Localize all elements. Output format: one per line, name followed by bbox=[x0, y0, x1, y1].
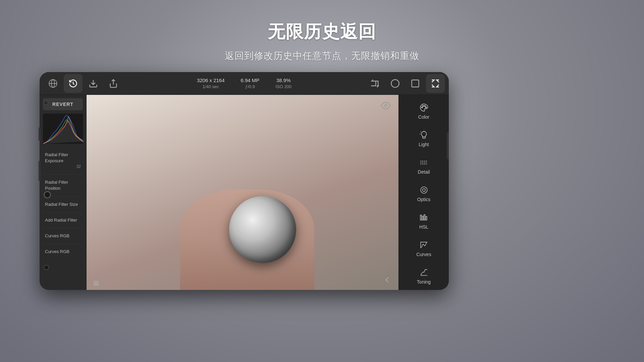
camera-lens bbox=[44, 191, 51, 198]
history-button[interactable] bbox=[64, 74, 83, 93]
side-button-power bbox=[447, 132, 449, 159]
svg-point-16 bbox=[422, 189, 425, 192]
color-icon bbox=[419, 103, 429, 112]
device-frame: 3206 x 2164 1/40 sec 6.94 MP ƒ/0.9 38.9%… bbox=[40, 72, 449, 290]
light-icon bbox=[419, 130, 429, 140]
share-icon bbox=[109, 79, 118, 88]
camera-sensor-top bbox=[44, 101, 48, 105]
history-item-label: Curves RGB bbox=[45, 233, 81, 239]
share-button[interactable] bbox=[104, 74, 123, 93]
right-panel-item-optics[interactable]: Optics bbox=[401, 181, 447, 207]
right-panel-item-light[interactable]: Light bbox=[401, 126, 447, 152]
toning-label: Toning bbox=[417, 279, 431, 285]
history-item-label: Add Radial Filter bbox=[45, 217, 81, 223]
back-arrow-button[interactable] bbox=[382, 275, 392, 287]
svg-point-7 bbox=[384, 104, 387, 107]
meta-resolution: 3206 x 2164 1/40 sec bbox=[197, 77, 225, 90]
toolbar-right-buttons bbox=[366, 74, 445, 93]
history-item-value: 32 bbox=[45, 164, 81, 170]
toolbar-meta: 3206 x 2164 1/40 sec 6.94 MP ƒ/0.9 38.9%… bbox=[123, 77, 366, 90]
optics-label: Optics bbox=[417, 197, 431, 202]
svg-point-5 bbox=[391, 79, 399, 87]
svg-point-9 bbox=[422, 106, 423, 107]
side-button-top bbox=[39, 127, 41, 141]
toning-icon bbox=[419, 268, 429, 277]
detail-icon bbox=[419, 158, 429, 167]
svg-rect-20 bbox=[426, 217, 427, 220]
history-icon bbox=[68, 79, 78, 88]
bottom-bar: ▦ bbox=[93, 279, 99, 287]
meta-megapixels: 6.94 MP ƒ/0.9 bbox=[241, 77, 260, 90]
eye-icon bbox=[381, 101, 391, 111]
canvas-area: ▦ bbox=[87, 95, 398, 290]
app-container: 3206 x 2164 1/40 sec 6.94 MP ƒ/0.9 38.9%… bbox=[40, 72, 449, 290]
sub-title: 返回到修改历史中任意节点，无限撤销和重做 bbox=[0, 50, 644, 62]
lens-button[interactable] bbox=[44, 74, 62, 93]
visibility-button[interactable] bbox=[380, 100, 392, 112]
glass-sphere bbox=[229, 196, 296, 263]
download-button[interactable] bbox=[84, 74, 103, 93]
svg-rect-17 bbox=[420, 215, 421, 220]
toolbar-left-buttons bbox=[44, 74, 123, 93]
svg-point-11 bbox=[425, 107, 426, 108]
curves-icon bbox=[419, 240, 429, 250]
filmstrip-icon[interactable]: ▦ bbox=[93, 279, 99, 287]
selective-icon bbox=[411, 79, 420, 88]
right-panel-item-detail[interactable]: Detail bbox=[401, 153, 447, 179]
hsl-label: HSL bbox=[419, 224, 428, 230]
hsl-icon bbox=[419, 213, 429, 222]
svg-line-13 bbox=[421, 132, 421, 132]
history-item-label: Curves RGB bbox=[45, 249, 81, 255]
back-arrow-icon bbox=[382, 275, 392, 285]
main-title: 无限历史返回 bbox=[0, 20, 644, 44]
svg-point-8 bbox=[421, 107, 422, 108]
download-icon bbox=[89, 79, 98, 88]
histogram bbox=[43, 114, 83, 144]
vignette-icon bbox=[390, 79, 400, 88]
side-button-volume bbox=[39, 161, 41, 181]
top-text-section: 无限历史返回 返回到修改历史中任意节点，无限撤销和重做 bbox=[0, 0, 644, 62]
history-item-label: Radial Filter Position bbox=[45, 179, 81, 191]
detail-label: Detail bbox=[418, 169, 430, 175]
right-panel-item-hsl[interactable]: HSL bbox=[401, 208, 447, 234]
radial-filter-button[interactable] bbox=[426, 74, 445, 93]
svg-rect-19 bbox=[424, 215, 425, 220]
light-label: Light bbox=[419, 142, 429, 147]
photo-background: ▦ bbox=[87, 95, 398, 290]
history-item-5[interactable]: Curves RGB bbox=[43, 244, 83, 259]
color-label: Color bbox=[418, 114, 429, 120]
revert-button[interactable]: REVERT bbox=[43, 98, 83, 110]
svg-rect-6 bbox=[412, 80, 419, 87]
svg-point-10 bbox=[424, 106, 425, 107]
radial-filter-icon bbox=[431, 79, 440, 88]
meta-zoom: 38.9% ISO 200 bbox=[275, 77, 291, 90]
svg-point-15 bbox=[421, 187, 427, 193]
histogram-svg bbox=[43, 114, 83, 144]
right-panel-item-toning[interactable]: Toning bbox=[401, 263, 447, 289]
vignette-button[interactable] bbox=[386, 74, 405, 93]
main-content: REVERT bbox=[40, 95, 449, 290]
history-item-2[interactable]: Radial Filter Size bbox=[43, 197, 83, 213]
history-item-label: Radial Filter Size bbox=[45, 201, 81, 207]
camera-sensor-bottom bbox=[44, 265, 49, 270]
history-item-0[interactable]: Radial Filter Exposure 32 bbox=[43, 147, 83, 175]
toolbar: 3206 x 2164 1/40 sec 6.94 MP ƒ/0.9 38.9%… bbox=[40, 72, 449, 95]
right-panel-item-color[interactable]: Color bbox=[401, 98, 447, 124]
crop-button[interactable] bbox=[366, 74, 384, 93]
right-panel: Color Light bbox=[398, 95, 449, 290]
history-item-3[interactable]: Add Radial Filter bbox=[43, 213, 83, 228]
curves-label: Curves bbox=[416, 252, 431, 257]
lens-icon bbox=[48, 79, 58, 88]
optics-icon bbox=[419, 185, 429, 195]
history-item-label: Radial Filter Exposure bbox=[45, 152, 81, 164]
history-item-4[interactable]: Curves RGB bbox=[43, 228, 83, 244]
selective-button[interactable] bbox=[406, 74, 425, 93]
crop-icon bbox=[370, 79, 380, 88]
svg-rect-18 bbox=[422, 216, 423, 220]
right-panel-item-curves[interactable]: Curves bbox=[401, 236, 447, 262]
